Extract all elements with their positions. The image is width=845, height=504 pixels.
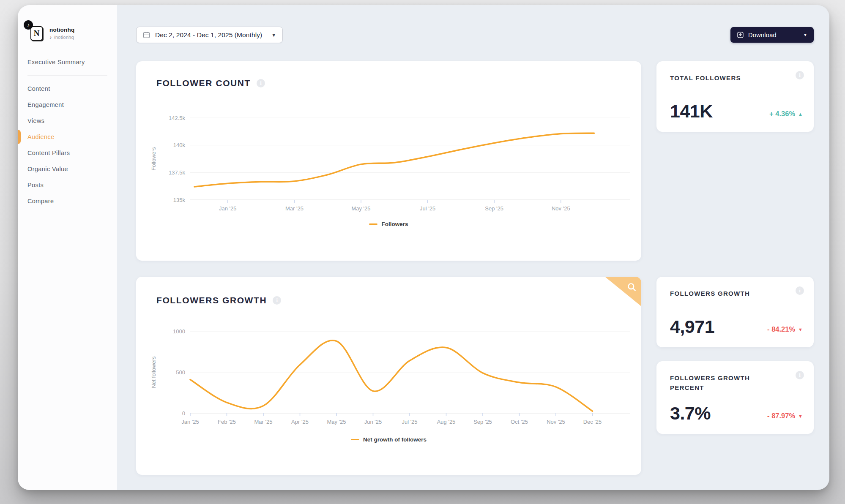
- followers-growth-legend: Net growth of followers: [136, 436, 641, 443]
- svg-text:Jun '25: Jun '25: [364, 419, 382, 425]
- info-icon[interactable]: i: [273, 296, 281, 305]
- card-title: FOLLOWERS GROWTH PERCENT: [670, 373, 776, 393]
- chevron-down-icon: ▼: [271, 33, 276, 38]
- follower-count-title: FOLLOWER COUNT: [156, 78, 251, 88]
- svg-text:142.5k: 142.5k: [169, 115, 186, 121]
- arrow-up-icon: ▲: [798, 112, 803, 117]
- tiktok-note-icon: ♪: [49, 35, 52, 40]
- account-logo: ♪ N: [28, 24, 43, 41]
- calendar-icon: [143, 31, 150, 38]
- download-chevron-icon[interactable]: ▼: [803, 33, 807, 37]
- date-range-label: Dec 2, 2024 - Dec 1, 2025 (Monthly): [155, 31, 262, 39]
- followers-growth-card: FOLLOWERS GROWTH i 4,971 - 84.21% ▼: [656, 277, 814, 347]
- svg-text:Mar '25: Mar '25: [285, 205, 304, 212]
- legend-label: Followers: [381, 221, 408, 227]
- svg-text:Nov '25: Nov '25: [552, 205, 570, 212]
- nav-divider: [27, 75, 107, 76]
- followers-growth-percent-value: 3.7%: [670, 403, 711, 424]
- sidebar-item-content[interactable]: Content: [18, 81, 117, 97]
- svg-text:Followers: Followers: [150, 147, 157, 171]
- followers-growth-panel: FOLLOWERS GROWTH i 05001000Jan '25Feb '2…: [136, 277, 641, 475]
- charts-column: FOLLOWER COUNT i 135k137.5k140k142.5kJan…: [136, 61, 641, 476]
- followers-growth-value: 4,971: [670, 316, 714, 337]
- legend-swatch: [351, 439, 359, 441]
- total-followers-value: 141K: [670, 101, 713, 122]
- sidebar-item-views[interactable]: Views: [18, 113, 117, 129]
- sidebar-item-compare[interactable]: Compare: [18, 193, 117, 209]
- svg-text:Mar '25: Mar '25: [254, 419, 273, 425]
- profile-text: notionhq ♪ /notionhq: [49, 24, 74, 40]
- content-area: FOLLOWER COUNT i 135k137.5k140k142.5kJan…: [136, 61, 814, 476]
- followers-growth-percent-card: FOLLOWERS GROWTH PERCENT i 3.7% - 87.97%…: [656, 361, 814, 434]
- download-button[interactable]: Download ▼: [730, 27, 814, 43]
- date-range-selector[interactable]: Dec 2, 2024 - Dec 1, 2025 (Monthly) ▼: [136, 27, 283, 43]
- stats-column: TOTAL FOLLOWERS i 141K + 4.36% ▲ FOLLOWE…: [656, 61, 814, 476]
- notion-logo-icon: N: [30, 26, 43, 41]
- svg-text:Oct '25: Oct '25: [511, 419, 528, 425]
- svg-text:135k: 135k: [173, 197, 186, 203]
- sidebar-item-content-pillars[interactable]: Content Pillars: [18, 145, 117, 161]
- follower-count-panel: FOLLOWER COUNT i 135k137.5k140k142.5kJan…: [136, 61, 641, 261]
- svg-text:1000: 1000: [173, 328, 185, 335]
- svg-text:Nov '25: Nov '25: [547, 419, 565, 425]
- svg-text:Aug '25: Aug '25: [437, 419, 456, 425]
- download-label: Download: [748, 32, 777, 38]
- arrow-down-icon: ▼: [798, 414, 803, 419]
- delta-text: - 87.97%: [767, 412, 795, 420]
- total-followers-card: TOTAL FOLLOWERS i 141K + 4.36% ▲: [656, 61, 814, 132]
- info-icon[interactable]: i: [796, 71, 804, 79]
- main-area: Dec 2, 2024 - Dec 1, 2025 (Monthly) ▼ Do…: [117, 5, 829, 490]
- sidebar-item-posts[interactable]: Posts: [18, 177, 117, 193]
- arrow-down-icon: ▼: [798, 327, 803, 332]
- followers-growth-title: FOLLOWERS GROWTH: [156, 295, 267, 305]
- app-window: ♪ N notionhq ♪ /notionhq Executive Summa…: [18, 5, 829, 490]
- follower-count-chart: 135k137.5k140k142.5kJan '25Mar '25May '2…: [136, 104, 641, 215]
- svg-text:Sep '25: Sep '25: [485, 205, 503, 212]
- delta-text: + 4.36%: [769, 110, 795, 118]
- info-icon[interactable]: i: [257, 79, 265, 87]
- sidebar-item-organic-value[interactable]: Organic Value: [18, 161, 117, 177]
- svg-text:0: 0: [182, 410, 185, 417]
- svg-text:Jul '25: Jul '25: [402, 419, 417, 425]
- sidebar-item-executive-summary[interactable]: Executive Summary: [18, 54, 117, 70]
- svg-text:500: 500: [176, 369, 185, 376]
- profile-handle-text: /notionhq: [54, 35, 74, 40]
- svg-text:May '25: May '25: [327, 419, 346, 425]
- sidebar-nav: Executive Summary Content Engagement Vie…: [18, 54, 117, 209]
- header: Dec 2, 2024 - Dec 1, 2025 (Monthly) ▼ Do…: [136, 27, 814, 43]
- tiktok-badge-icon: ♪: [24, 20, 33, 30]
- profile-block: ♪ N notionhq ♪ /notionhq: [18, 5, 117, 41]
- svg-text:Net followers: Net followers: [150, 356, 157, 388]
- card-title: FOLLOWERS GROWTH: [670, 289, 776, 298]
- legend-swatch: [369, 223, 377, 225]
- legend-label: Net growth of followers: [363, 436, 427, 443]
- svg-text:140k: 140k: [173, 142, 186, 148]
- profile-handle: ♪ /notionhq: [49, 35, 74, 40]
- total-followers-delta: + 4.36% ▲: [769, 110, 803, 118]
- svg-text:Apr '25: Apr '25: [291, 419, 309, 425]
- svg-text:Dec '25: Dec '25: [583, 419, 602, 425]
- svg-text:137.5k: 137.5k: [169, 169, 186, 176]
- followers-growth-chart: 05001000Jan '25Feb '25Mar '25Apr '25May …: [136, 319, 641, 437]
- sidebar: ♪ N notionhq ♪ /notionhq Executive Summa…: [18, 5, 117, 490]
- follower-count-legend: Followers: [136, 221, 641, 227]
- info-icon[interactable]: i: [796, 371, 804, 379]
- info-icon[interactable]: i: [796, 286, 804, 295]
- magnifier-icon: [626, 281, 637, 293]
- followers-growth-percent-delta: - 87.97% ▼: [767, 412, 803, 420]
- svg-text:Feb '25: Feb '25: [218, 419, 236, 425]
- sidebar-item-engagement[interactable]: Engagement: [18, 97, 117, 113]
- svg-text:May '25: May '25: [351, 205, 370, 212]
- download-icon: [737, 31, 744, 38]
- svg-text:Sep '25: Sep '25: [473, 419, 492, 425]
- svg-text:Jan '25: Jan '25: [181, 419, 199, 425]
- sidebar-item-audience[interactable]: Audience: [18, 129, 117, 145]
- svg-text:Jul '25: Jul '25: [420, 205, 435, 212]
- followers-growth-delta: - 84.21% ▼: [767, 325, 803, 333]
- profile-name: notionhq: [49, 27, 74, 33]
- svg-text:Jan '25: Jan '25: [219, 205, 237, 212]
- card-title: TOTAL FOLLOWERS: [670, 73, 776, 83]
- delta-text: - 84.21%: [767, 325, 795, 333]
